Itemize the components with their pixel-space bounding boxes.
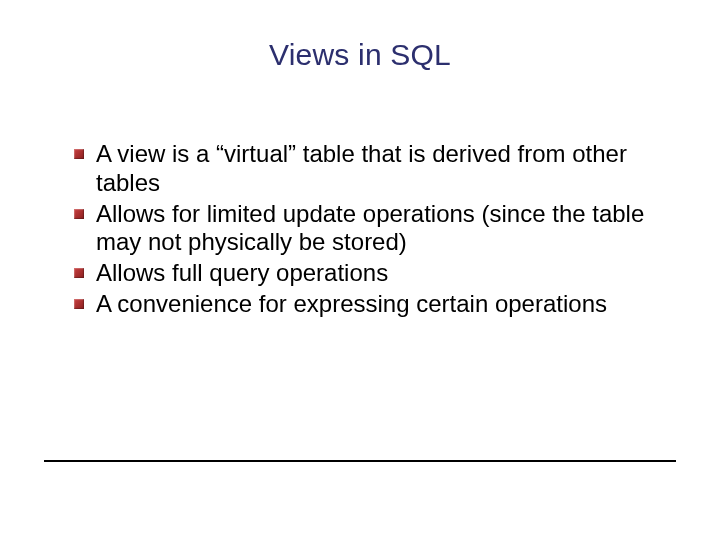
bullet-icon [74, 268, 84, 278]
bullet-icon [74, 149, 84, 159]
divider [44, 460, 676, 462]
list-item: A convenience for expressing certain ope… [74, 290, 660, 319]
bullet-icon [74, 209, 84, 219]
list-item-text: A convenience for expressing certain ope… [96, 290, 607, 319]
list-item: Allows full query operations [74, 259, 660, 288]
slide-title: Views in SQL [0, 38, 720, 72]
list-item-text: A view is a “virtual” table that is deri… [96, 140, 660, 198]
list-item: A view is a “virtual” table that is deri… [74, 140, 660, 198]
list-item: Allows for limited update operations (si… [74, 200, 660, 258]
bullet-list: A view is a “virtual” table that is deri… [74, 140, 660, 321]
bullet-icon [74, 299, 84, 309]
list-item-text: Allows full query operations [96, 259, 388, 288]
list-item-text: Allows for limited update operations (si… [96, 200, 660, 258]
slide: Views in SQL A view is a “virtual” table… [0, 0, 720, 540]
